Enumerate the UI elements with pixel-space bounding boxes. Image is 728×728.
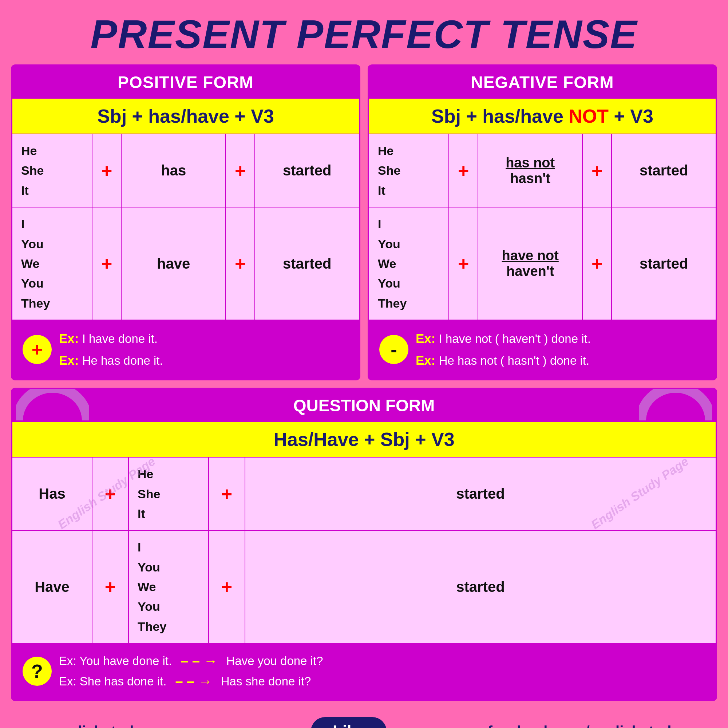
- positive-grid: HeSheIt + has + started IYouWeYouThey + …: [12, 134, 359, 320]
- question-example-row: ? Ex: You have done it. – – → Have you d…: [12, 643, 716, 700]
- positive-plus-1: +: [92, 134, 122, 207]
- positive-row1: HeSheIt + has + started: [12, 134, 359, 207]
- question-formula: Has/Have + Sbj + V3: [12, 422, 716, 457]
- negative-verb-1: has not hasn't: [478, 134, 583, 207]
- question-header: QUESTION FORM: [92, 389, 636, 422]
- question-form-box: QUESTION FORM Has/Have + Sbj + V3 Englis…: [11, 388, 717, 701]
- positive-formula: Sbj + has/have + V3: [12, 99, 359, 134]
- negative-row1: HeSheIt + has not hasn't + started: [369, 134, 716, 207]
- negative-grid: HeSheIt + has not hasn't + started IYouW…: [369, 134, 716, 320]
- positive-header: POSITIVE FORM: [12, 66, 359, 99]
- negative-subjects-2: IYouWeYouThey: [369, 208, 449, 320]
- question-plus2-1: +: [209, 457, 245, 530]
- not-word: NOT: [569, 106, 609, 127]
- question-badge: ?: [23, 657, 52, 686]
- negative-result-2: started: [612, 208, 716, 320]
- footer: www.englishstudypage.com Like facebook.c…: [0, 707, 728, 728]
- question-row1: Has + HeSheIt + started: [12, 457, 716, 530]
- positive-form-box: POSITIVE FORM Sbj + has/have + V3 HeSheI…: [11, 64, 360, 380]
- positive-subjects-1: HeSheIt: [12, 134, 92, 207]
- svg-point-0: [18, 389, 87, 421]
- negative-plus-1: +: [449, 134, 478, 207]
- negative-plus-2: +: [449, 208, 478, 320]
- positive-examples: Ex: I have done it. Ex: He has done it.: [59, 327, 163, 371]
- positive-example-row: + Ex: I have done it. Ex: He has done it…: [12, 320, 359, 379]
- svg-point-1: [641, 389, 710, 421]
- negative-formula: Sbj + has/have NOT + V3: [369, 99, 716, 134]
- positive-verb-2: have: [122, 208, 226, 320]
- positive-result-1: started: [255, 134, 359, 207]
- question-subjects-2: IYouWeYouThey: [129, 531, 209, 643]
- negative-row2: IYouWeYouThey + have not haven't + start…: [369, 207, 716, 320]
- negative-verb-2: have not haven't: [478, 208, 583, 320]
- question-plus-2: +: [92, 531, 129, 643]
- negative-examples: Ex: I have not ( haven't ) done it. Ex: …: [416, 327, 591, 371]
- negative-plus2-2: +: [583, 208, 612, 320]
- question-example-1: Ex: You have done it. – – → Have you don…: [59, 651, 705, 671]
- question-example-2: Ex: She has done it. – – → Has she done …: [59, 671, 705, 691]
- footer-left: www.englishstudypage.com: [15, 723, 210, 728]
- footer-right: facebook.com/englishstudypage: [488, 723, 713, 728]
- negative-subjects-1: HeSheIt: [369, 134, 449, 207]
- positive-plus2-2: +: [226, 208, 255, 320]
- question-row2: Have + IYouWeYouThey + started: [12, 530, 716, 643]
- positive-plus-2: +: [92, 208, 122, 320]
- question-verb-2: Have: [12, 531, 92, 643]
- question-subjects-1: HeSheIt: [129, 457, 209, 530]
- positive-subjects-2: IYouWeYouThey: [12, 208, 92, 320]
- negative-result-1: started: [612, 134, 716, 207]
- question-plus2-2: +: [209, 531, 245, 643]
- question-plus-1: +: [92, 457, 129, 530]
- positive-result-2: started: [255, 208, 359, 320]
- negative-badge: -: [379, 335, 408, 364]
- question-result-2: started: [245, 531, 716, 643]
- question-verb-1: Has: [12, 457, 92, 530]
- question-result-1: started: [245, 457, 716, 530]
- like-button[interactable]: Like: [311, 717, 387, 728]
- negative-plus2-1: +: [583, 134, 612, 207]
- question-grid: English Study Page English Study Page Ha…: [12, 457, 716, 643]
- negative-header: NEGATIVE FORM: [369, 66, 716, 99]
- positive-verb-1: has: [122, 134, 226, 207]
- positive-row2: IYouWeYouThey + have + started: [12, 207, 359, 320]
- negative-example-row: - Ex: I have not ( haven't ) done it. Ex…: [369, 320, 716, 379]
- positive-plus2-1: +: [226, 134, 255, 207]
- main-title: PRESENT PERFECT TENSE: [0, 0, 728, 64]
- positive-badge: +: [23, 335, 52, 364]
- negative-form-box: NEGATIVE FORM Sbj + has/have NOT + V3 He…: [368, 64, 717, 380]
